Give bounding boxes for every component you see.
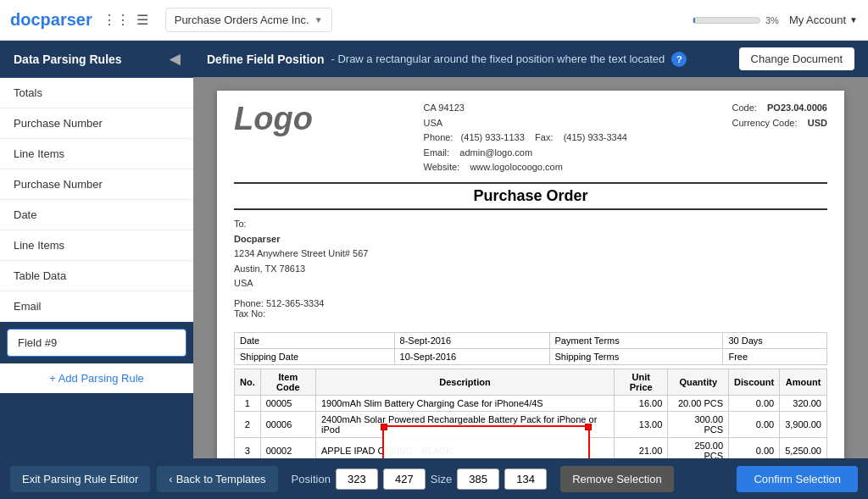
table-cell: 00006 [260,411,315,437]
sidebar-item-totals[interactable]: Totals [0,78,193,108]
confirm-selection-button[interactable]: Confirm Selection [737,466,858,492]
size-width-input[interactable] [457,469,499,490]
sidebar: Data Parsing Rules ◀ Totals Purchase Num… [0,41,193,458]
bottom-bar: Exit Parsing Rule Editor ‹ Back to Templ… [0,458,868,499]
table-header-cell: Amount [780,369,827,395]
sidebar-header: Data Parsing Rules ◀ [0,41,193,78]
table-header-cell: Unit Price [614,369,667,395]
position-size-group: Position Size [292,469,548,490]
main-layout: Data Parsing Rules ◀ Totals Purchase Num… [0,41,868,458]
sidebar-item-email[interactable]: Email [0,291,193,322]
table-cell: 300.00 PCS [668,411,729,437]
table-cell: 250.00 PCS [668,437,729,458]
logo: docparser [10,10,92,30]
table-cell: 0.00 [729,411,780,437]
doc-toolbar: Define Field Position - Draw a rectangul… [193,41,868,77]
sidebar-item-purchase-number-1[interactable]: Purchase Number [0,108,193,139]
progress-bar [693,17,760,24]
position-x-input[interactable] [336,469,378,490]
table-header-cell: Description [316,369,615,395]
invoice-address: CA 94123USA Phone: (415) 933-1133 Fax: (… [424,101,627,175]
grid-icon[interactable]: ⋮⋮ [103,12,130,28]
selection-box[interactable]: Fax: 512-423-3332 [382,425,590,458]
invoice-title: Purchase Order [234,182,827,210]
table-cell: 00002 [260,437,315,458]
account-button[interactable]: My Account ▼ [789,14,858,26]
invoice-header: Logo CA 94123USA Phone: (415) 933-1133 F… [217,91,844,175]
navbar-icons: ⋮⋮ ☰ [103,12,148,28]
document-scroll[interactable]: Logo CA 94123USA Phone: (415) 933-1133 F… [193,77,868,458]
invoice-contact: Phone: 512-365-3334 Tax No: Fax: 512-423… [217,291,844,325]
remove-selection-button[interactable]: Remove Selection [560,466,674,492]
sidebar-item-date[interactable]: Date [0,200,193,230]
sidebar-item-line-items-1[interactable]: Line Items [0,139,193,169]
table-cell: 0.00 [729,395,780,411]
table-cell: 1900mAh Slim Battery Charging Case for i… [316,395,615,411]
invoice-info-table: Date 8-Sept-2016 Payment Terms 30 Days S… [234,332,827,365]
position-y-input[interactable] [383,469,426,490]
add-parsing-rule-button[interactable]: + Add Parsing Rule [0,363,193,393]
sidebar-item-field9[interactable]: Field #9 [7,329,186,357]
table-header-cell: Quantity [668,369,729,395]
document-page: Logo CA 94123USA Phone: (415) 933-1133 F… [217,91,844,458]
navbar: docparser ⋮⋮ ☰ Purchase Orders Acme Inc.… [0,0,868,41]
back-to-templates-button[interactable]: ‹ Back to Templates [157,466,277,492]
sidebar-item-purchase-number-2[interactable]: Purchase Number [0,169,193,200]
table-header-cell: Item Code [260,369,315,395]
chevron-down-icon: ▼ [314,15,323,25]
table-cell: 13.00 [614,411,667,437]
table-cell: 5,250.00 [780,437,827,458]
sidebar-collapse-icon[interactable]: ◀ [170,51,180,67]
selection-handle-tl[interactable] [381,424,387,430]
progress-label: 3% [765,15,779,25]
table-cell: 21.00 [614,437,667,458]
table-cell: 00005 [260,395,315,411]
sidebar-item-line-items-2[interactable]: Line Items [0,230,193,261]
size-height-input[interactable] [504,469,547,490]
change-document-button[interactable]: Change Document [739,47,854,70]
define-field-title: Define Field Position [207,53,324,66]
table-cell: 3 [235,437,261,458]
table-cell: 0.00 [729,437,780,458]
invoice-to: To: Docparser 1234 Anywhere Street Unit#… [217,217,844,291]
sidebar-item-table-data[interactable]: Table Data [0,261,193,291]
progress-fill [693,18,695,23]
table-cell: 1 [235,395,261,411]
progress-indicator: 3% [693,15,779,25]
table-header-row: No.Item CodeDescriptionUnit PriceQuantit… [235,369,827,395]
table-header-cell: No. [235,369,261,395]
table-cell: 16.00 [614,395,667,411]
table-header-cell: Discount [729,369,780,395]
invoice-logo: Logo [234,101,319,137]
exit-parsing-rule-editor-button[interactable]: Exit Parsing Rule Editor [10,466,150,492]
table-row: 1000051900mAh Slim Battery Charging Case… [235,395,827,411]
workspace-dropdown[interactable]: Purchase Orders Acme Inc. ▼ [165,8,332,32]
invoice-meta: Code: PO23.04.0006 Currency Code: USD [732,101,827,130]
selection-handle-tr[interactable] [585,424,592,430]
table-cell: 320.00 [780,395,827,411]
table-cell: 2 [235,411,261,437]
table-cell: 20.00 PCS [668,395,729,411]
document-area: Define Field Position - Draw a rectangul… [193,41,868,458]
chevron-left-icon: ‹ [169,473,172,485]
menu-icon[interactable]: ☰ [136,12,148,28]
chevron-down-icon: ▼ [849,15,858,25]
table-cell: 3,900.00 [780,411,827,437]
define-field-desc: - Draw a rectangular around the fixed po… [331,53,665,65]
help-icon[interactable]: ? [671,52,687,67]
